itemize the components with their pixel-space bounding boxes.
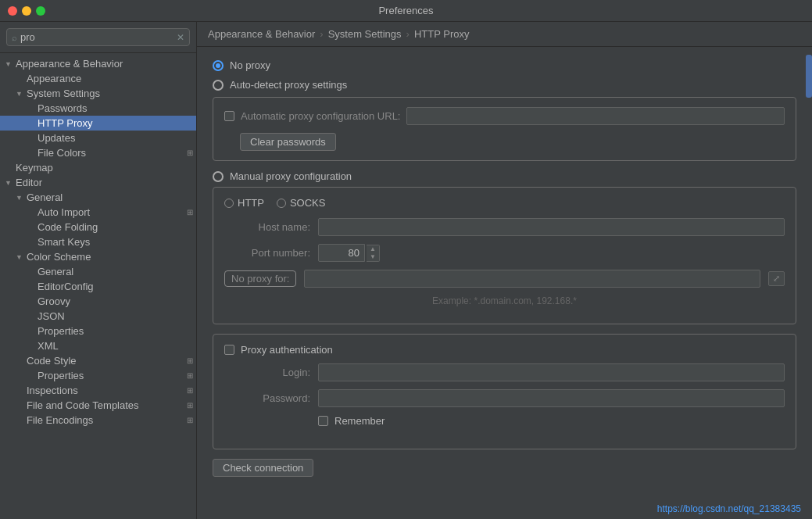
sidebar-item-xml[interactable]: XML [0,338,196,353]
sidebar-item-code-style[interactable]: Code Style ⊞ [0,353,196,368]
sidebar-item-general[interactable]: ▼ General [0,190,196,205]
minimize-button[interactable] [22,6,31,16]
auto-config-url-input[interactable] [406,107,785,125]
proxy-auth-label: Proxy authentication [241,344,333,356]
auto-detect-radio[interactable] [213,80,224,91]
sidebar-item-label: Auto Import [38,206,184,218]
sidebar-item-file-encodings[interactable]: File Encodings ⊞ [0,413,196,428]
no-proxy-label: No proxy [230,59,270,71]
sidebar-item-editor[interactable]: ▼ Editor [0,175,196,190]
badge-icon: ⊞ [187,401,193,410]
sidebar-item-file-colors[interactable]: File Colors ⊞ [0,145,196,160]
sidebar-item-http-proxy[interactable]: HTTP Proxy [0,116,196,131]
breadcrumb-part3: HTTP Proxy [414,28,470,40]
sidebar-item-properties[interactable]: Properties [0,324,196,338]
sidebar-item-color-scheme[interactable]: ▼ Color Scheme [0,249,196,264]
breadcrumb-part1: Appearance & Behavior [208,28,315,40]
sidebar-item-appearance[interactable]: Appearance [0,71,196,86]
password-label: Password: [224,392,310,404]
arrow-icon: ▼ [16,253,27,261]
sidebar-item-label: Properties [38,325,193,337]
proxy-auth-header: Proxy authentication [224,344,785,356]
window-title: Preferences [378,5,433,16]
breadcrumb-sep2: › [406,28,410,40]
host-name-row: Host name: [224,218,785,236]
arrow-icon: ▼ [16,90,27,98]
port-input[interactable] [318,244,365,262]
close-button[interactable] [8,6,17,16]
login-label: Login: [224,367,310,378]
sidebar-item-label: Passwords [38,102,193,114]
sidebar-item-groovy[interactable]: Groovy [0,294,196,309]
sidebar-item-passwords[interactable]: Passwords [0,101,196,116]
sidebar-item-label: File Encodings [27,414,184,426]
example-text: Example: *.domain.com, 192.168.* [224,295,785,306]
expand-no-proxy-button[interactable]: ⤢ [768,271,785,286]
protocol-row: HTTP SOCKS [224,197,785,209]
sidebar-item-label: Inspections [27,385,184,396]
clear-passwords-button[interactable]: Clear passwords [240,133,336,151]
socks-radio-option[interactable]: SOCKS [277,197,326,209]
sidebar-item-json[interactable]: JSON [0,309,196,324]
badge-icon: ⊞ [187,371,193,380]
content-area: Appearance & Behavior › System Settings … [197,22,812,519]
sidebar-item-label: General [27,191,193,203]
no-proxy-for-input[interactable] [304,270,760,288]
title-bar: Preferences [0,0,812,22]
socks-label: SOCKS [290,197,326,209]
sidebar-item-label: Keymap [16,162,193,174]
manual-proxy-option[interactable]: Manual proxy configuration [213,170,796,182]
clear-search-icon[interactable]: ✕ [177,32,184,43]
sidebar-item-system-settings[interactable]: ▼ System Settings [0,86,196,101]
socks-radio[interactable] [277,199,286,208]
host-name-input[interactable] [318,218,785,236]
sidebar-item-smart-keys[interactable]: Smart Keys [0,234,196,249]
sidebar-item-updates[interactable]: Updates [0,131,196,145]
auto-config-url-label: Automatic proxy configuration URL: [241,110,400,122]
sidebar-item-keymap[interactable]: Keymap [0,160,196,175]
sidebar-item-label: Appearance & Behavior [16,58,193,70]
http-radio-option[interactable]: HTTP [224,197,264,209]
sidebar-item-label: XML [38,340,193,352]
no-proxy-radio[interactable] [213,60,224,71]
remember-label: Remember [334,415,385,427]
http-radio[interactable] [224,199,234,208]
http-label: HTTP [238,197,264,209]
sidebar-item-file-code-templates[interactable]: File and Code Templates ⊞ [0,398,196,413]
breadcrumb-sep1: › [320,28,323,40]
port-down-button[interactable]: ▼ [367,253,379,261]
sidebar-item-inspections[interactable]: Inspections ⊞ [0,383,196,398]
search-input[interactable] [20,31,173,43]
auto-config-checkbox[interactable] [224,111,234,121]
scrollbar-thumb[interactable] [806,55,812,98]
sidebar-item-auto-import[interactable]: Auto Import ⊞ [0,205,196,220]
sidebar-item-label: EditorConfig [38,281,193,292]
auto-detect-option[interactable]: Auto-detect proxy settings [213,79,796,91]
no-proxy-for-row: No proxy for: ⤢ [224,270,785,288]
sidebar-item-code-folding[interactable]: Code Folding [0,220,196,234]
arrow-icon: ▼ [5,60,16,68]
port-up-button[interactable]: ▲ [367,245,379,253]
maximize-button[interactable] [36,6,45,16]
remember-checkbox[interactable] [318,416,328,426]
proxy-auth-checkbox[interactable] [224,345,234,355]
bottom-bar: https://blog.csdn.net/qq_21383435 [197,500,812,519]
sidebar-item-general-cs[interactable]: General [0,264,196,279]
login-input[interactable] [318,363,785,381]
sidebar-item-label: Properties [38,370,184,381]
badge-icon: ⊞ [187,416,193,424]
check-connection-button[interactable]: Check connection [213,459,313,477]
sidebar-item-label: HTTP Proxy [38,117,193,129]
bottom-url-link[interactable]: https://blog.csdn.net/qq_21383435 [657,503,801,514]
auto-detect-group: Automatic proxy configuration URL: Clear… [213,97,796,161]
password-input[interactable] [318,389,785,407]
manual-proxy-radio[interactable] [213,171,224,182]
sidebar-item-editorconfig[interactable]: EditorConfig [0,279,196,294]
sidebar-item-properties-cs[interactable]: Properties ⊞ [0,368,196,383]
breadcrumb: Appearance & Behavior › System Settings … [197,22,812,47]
sidebar-item-label: General [38,266,193,277]
sidebar-item-label: File Colors [38,147,184,159]
sidebar-item-appearance-behavior[interactable]: ▼ Appearance & Behavior [0,56,196,71]
sidebar-item-label: Appearance [27,73,193,84]
no-proxy-option[interactable]: No proxy [213,59,796,71]
